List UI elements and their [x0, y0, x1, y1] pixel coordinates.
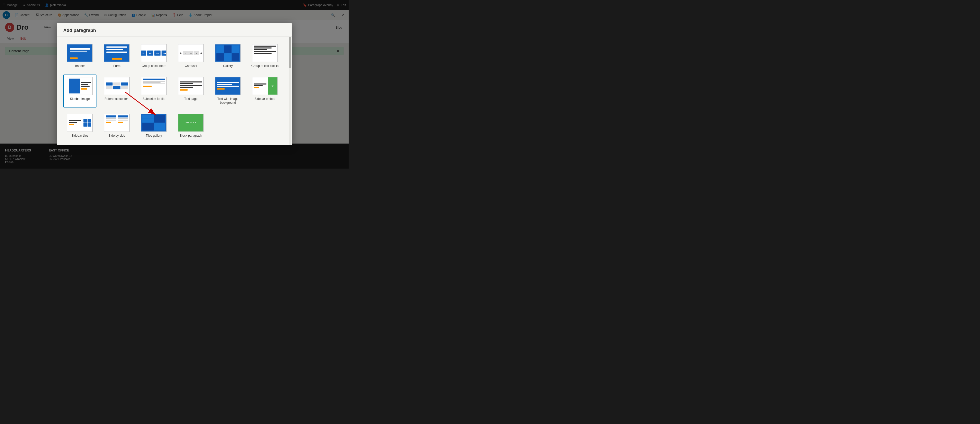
paragraph-type-carousel[interactable]: ◉ ⊙ ⊡ ▦ ◉ Carousel — [174, 41, 207, 71]
banner-thumb — [67, 44, 93, 62]
add-paragraph-modal: Add paragraph Banner — [57, 23, 292, 145]
paragraph-type-group-counters[interactable]: 99 66 99 66 Group of counters — [137, 41, 170, 71]
gallery-thumb — [215, 44, 241, 62]
paragraph-type-block-paragraph[interactable]: < BLOCK > Block paragraph — [174, 112, 207, 140]
reference-content-thumb — [104, 77, 130, 95]
modal-scrollbar-thumb — [289, 37, 291, 68]
paragraph-type-grid: Banner Form — [63, 41, 285, 140]
reference-content-label: Reference content — [104, 97, 129, 101]
paragraph-type-tiles-gallery[interactable]: Tiles gallery — [137, 112, 170, 140]
tiles-gallery-label: Tiles gallery — [146, 134, 162, 138]
carousel-label: Carousel — [185, 64, 197, 68]
text-page-thumb — [178, 77, 204, 95]
group-text-blocks-thumb — [252, 44, 278, 62]
modal-scrollbar[interactable] — [289, 37, 291, 145]
modal-body: Banner Form — [57, 37, 292, 145]
block-paragraph-thumb: < BLOCK > — [178, 114, 204, 132]
block-paragraph-label: Block paragraph — [180, 134, 202, 138]
paragraph-type-gallery[interactable]: Gallery — [211, 41, 245, 71]
carousel-thumb: ◉ ⊙ ⊡ ▦ ◉ — [178, 44, 204, 62]
sidebar-tiles-label: Sidebar tiles — [72, 134, 88, 138]
text-image-bg-label: Text with image background — [214, 97, 242, 105]
paragraph-type-form[interactable]: Form — [100, 41, 134, 71]
sidebar-tiles-thumb — [67, 114, 93, 132]
banner-label: Banner — [75, 64, 85, 68]
side-by-side-label: Side by side — [108, 134, 125, 138]
text-image-bg-thumb — [215, 77, 241, 95]
gallery-label: Gallery — [223, 64, 233, 68]
paragraph-type-sidebar-embed[interactable]: </> Sidebar embed — [248, 74, 282, 107]
text-page-label: Text page — [184, 97, 197, 101]
subscribe-file-label: Subscribe for file — [142, 97, 165, 101]
paragraph-type-side-by-side[interactable]: Side by side — [100, 112, 134, 140]
paragraph-type-sidebar-tiles[interactable]: Sidebar tiles — [63, 112, 97, 140]
paragraph-type-text-image-bg[interactable]: Text with image background — [211, 74, 245, 107]
side-by-side-thumb — [104, 114, 130, 132]
paragraph-type-reference-content[interactable]: Reference content — [100, 74, 134, 107]
tiles-gallery-thumb — [141, 114, 167, 132]
paragraph-type-sidebar-image[interactable]: Sidebar image — [63, 74, 97, 107]
sidebar-embed-thumb: </> — [252, 77, 278, 95]
paragraph-type-banner[interactable]: Banner — [63, 41, 97, 71]
paragraph-type-text-page[interactable]: Text page — [174, 74, 207, 107]
group-text-blocks-label: Group of text blocks — [251, 64, 279, 68]
subscribe-file-thumb — [141, 77, 167, 95]
paragraph-type-group-text-blocks[interactable]: Group of text blocks — [248, 41, 282, 71]
modal-header: Add paragraph — [57, 23, 292, 37]
modal-title: Add paragraph — [63, 28, 285, 33]
group-counters-label: Group of counters — [142, 64, 166, 68]
sidebar-image-thumb — [67, 77, 93, 95]
sidebar-embed-label: Sidebar embed — [255, 97, 275, 101]
form-thumb — [104, 44, 130, 62]
sidebar-image-label: Sidebar image — [70, 97, 89, 101]
form-label: Form — [113, 64, 121, 68]
paragraph-type-subscribe-file[interactable]: Subscribe for file — [137, 74, 170, 107]
group-counters-thumb: 99 66 99 66 — [141, 44, 167, 62]
